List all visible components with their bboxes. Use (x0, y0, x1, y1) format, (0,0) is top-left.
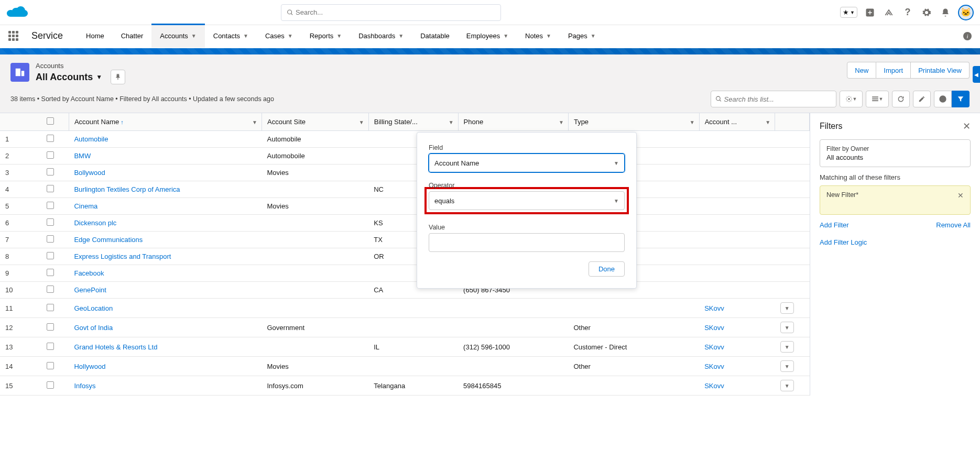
row-checkbox[interactable] (47, 185, 54, 192)
nav-item-reports[interactable]: Reports▼ (301, 25, 350, 48)
nav-item-pages[interactable]: Pages▼ (560, 25, 604, 48)
nav-item-employees[interactable]: Employees▼ (458, 25, 517, 48)
done-button[interactable]: Done (589, 261, 625, 277)
chevron-down-icon[interactable]: ▼ (359, 119, 364, 125)
notification-icon[interactable] (939, 6, 952, 19)
owner-link[interactable]: SKovv (704, 382, 724, 390)
row-action-button[interactable]: ▼ (780, 360, 794, 372)
account-name-link[interactable]: Grand Hotels & Resorts Ltd (74, 343, 157, 351)
chevron-down-icon[interactable]: ▼ (765, 119, 770, 125)
row-checkbox[interactable] (47, 286, 54, 293)
row-action-button[interactable]: ▼ (780, 341, 794, 353)
list-search[interactable] (711, 91, 836, 107)
global-search[interactable] (281, 4, 501, 21)
import-button[interactable]: Import (876, 62, 911, 79)
account-name-link[interactable]: Edge Communications (74, 236, 143, 244)
owner-link[interactable]: SKovv (704, 324, 724, 332)
add-filter-logic-link[interactable]: Add Filter Logic (820, 238, 971, 246)
row-checkbox[interactable] (47, 235, 54, 243)
account-name-link[interactable]: Burlington Textiles Corp of America (74, 185, 180, 193)
close-filters-button[interactable]: ✕ (963, 120, 971, 132)
nav-item-dashboards[interactable]: Dashboards▼ (350, 25, 412, 48)
account-name-link[interactable]: Facebook (74, 269, 104, 277)
account-name-link[interactable]: GenePoint (74, 286, 106, 294)
help-icon[interactable]: ? (901, 6, 914, 19)
pin-button[interactable] (111, 70, 125, 84)
display-as-button[interactable]: ▼ (866, 91, 889, 107)
salesforce-setup-icon[interactable] (883, 6, 895, 19)
user-avatar[interactable]: 🐱 (958, 5, 974, 20)
account-name-link[interactable]: Bollywood (74, 169, 105, 177)
new-filter-card[interactable]: New Filter* ✕ (820, 185, 971, 215)
list-search-input[interactable] (724, 95, 832, 103)
account-name-link[interactable]: Dickenson plc (74, 219, 116, 227)
row-checkbox[interactable] (47, 218, 54, 226)
edit-button[interactable] (913, 91, 931, 107)
owner-link[interactable]: SKovv (704, 363, 724, 370)
account-name-link[interactable]: BMW (74, 152, 91, 160)
salesforce-logo[interactable] (6, 5, 29, 20)
nav-item-notes[interactable]: Notes▼ (517, 25, 560, 48)
filter-button[interactable] (952, 91, 970, 107)
info-icon[interactable]: i (963, 32, 972, 40)
row-action-button[interactable]: ▼ (780, 322, 794, 333)
filter-owner-card[interactable]: Filter by Owner All accounts (820, 139, 971, 167)
nav-item-chatter[interactable]: Chatter (113, 25, 152, 48)
remove-filter-button[interactable]: ✕ (957, 191, 964, 200)
row-checkbox[interactable] (47, 304, 54, 311)
row-checkbox[interactable] (47, 343, 54, 350)
row-checkbox[interactable] (47, 269, 54, 276)
gear-icon[interactable] (920, 6, 933, 19)
app-launcher-icon[interactable] (8, 31, 19, 41)
col-phone[interactable]: Phone (464, 118, 484, 126)
row-checkbox[interactable] (47, 202, 54, 209)
chevron-down-icon[interactable]: ▼ (449, 119, 454, 125)
nav-item-cases[interactable]: Cases▼ (257, 25, 301, 48)
account-name-link[interactable]: Infosys (74, 382, 95, 390)
list-controls-button[interactable]: ▼ (840, 91, 863, 107)
owner-link[interactable]: SKovv (704, 304, 724, 312)
nav-item-home[interactable]: Home (78, 25, 113, 48)
collapse-tab[interactable]: ◀ (973, 66, 980, 83)
col-name[interactable]: Account Name (74, 118, 119, 126)
row-action-button[interactable]: ▼ (780, 302, 794, 314)
row-checkbox[interactable] (47, 135, 54, 142)
row-checkbox[interactable] (47, 151, 54, 159)
row-checkbox[interactable] (47, 252, 54, 259)
account-name-link[interactable]: Express Logistics and Transport (74, 253, 171, 260)
row-checkbox[interactable] (47, 381, 54, 389)
favorites-button[interactable]: ★ ▼ (840, 7, 857, 18)
select-all-checkbox[interactable] (47, 117, 54, 125)
nav-item-accounts[interactable]: Accounts▼ (151, 25, 204, 48)
row-checkbox[interactable] (47, 362, 54, 369)
nav-item-contacts[interactable]: Contacts▼ (205, 25, 257, 48)
col-site[interactable]: Account Site (267, 118, 306, 126)
account-name-link[interactable]: Hollywood (74, 363, 105, 370)
field-select[interactable]: Account Name ▼ (429, 153, 625, 172)
operator-select[interactable]: equals ▼ (429, 191, 625, 210)
col-owner[interactable]: Account ... (705, 118, 737, 126)
chevron-down-icon[interactable]: ▼ (252, 119, 257, 125)
add-icon[interactable] (864, 6, 876, 19)
refresh-button[interactable] (892, 91, 910, 107)
chart-button[interactable] (934, 91, 952, 107)
row-checkbox[interactable] (47, 168, 54, 175)
chevron-down-icon[interactable]: ▼ (559, 119, 564, 125)
list-view-switcher[interactable]: All Accounts ▼ (36, 70, 125, 84)
account-name-link[interactable]: Automobile (74, 135, 108, 143)
owner-link[interactable]: SKovv (704, 343, 724, 351)
remove-all-link[interactable]: Remove All (936, 221, 971, 229)
add-filter-link[interactable]: Add Filter (820, 221, 849, 229)
new-button[interactable]: New (847, 62, 876, 79)
account-name-link[interactable]: Govt of India (74, 324, 113, 332)
printable-view-button[interactable]: Printable View (911, 62, 970, 79)
col-type[interactable]: Type (574, 118, 589, 126)
value-input[interactable] (429, 233, 625, 252)
row-action-button[interactable]: ▼ (780, 380, 794, 391)
global-search-input[interactable] (296, 8, 495, 16)
account-name-link[interactable]: GeoLocation (74, 304, 113, 312)
nav-item-datatable[interactable]: Datatable (412, 25, 458, 48)
chevron-down-icon[interactable]: ▼ (690, 119, 695, 125)
col-state[interactable]: Billing State/... (374, 118, 418, 126)
account-name-link[interactable]: Cinema (74, 202, 97, 210)
